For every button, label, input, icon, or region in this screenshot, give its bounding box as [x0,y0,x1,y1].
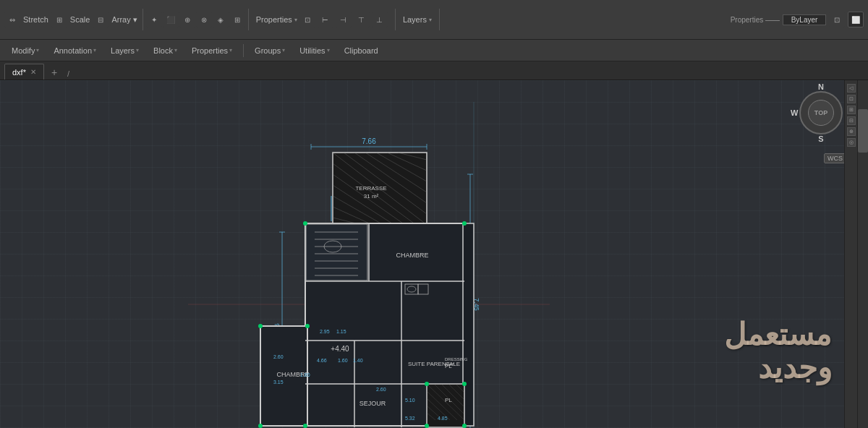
block-arrow: ▾ [174,47,177,54]
tab-dxf[interactable]: dxf* ✕ [4,64,44,80]
bylayer-icon[interactable]: ⊡ [829,12,845,27]
svg-point-88 [258,324,263,328]
svg-point-86 [303,424,307,428]
tab-bar: dxf* ✕ + / [0,61,868,80]
separator-3 [395,9,396,30]
svg-text:4.85: 4.85 [438,416,448,421]
properties-menu[interactable]: Properties ▾ ⊡ ⊢ ⊣ ⊤ ⊥ [252,9,392,30]
svg-point-89 [305,324,310,328]
svg-text:1.60: 1.60 [338,358,348,363]
bylayer-label: ByLayer [791,16,818,24]
icon-2[interactable]: ⬛ [163,12,179,27]
compass-circle: N S W E TOP [799,91,843,134]
layers-arrow: ▾ [429,17,432,23]
svg-text:3.15: 3.15 [273,380,284,385]
block-menu[interactable]: Block ▾ [148,45,183,56]
right-tool-6[interactable]: ◎ [847,138,856,147]
svg-text:2.60: 2.60 [273,354,284,359]
svg-text:SEJOUR: SEJOUR [359,400,386,407]
layers-menu[interactable]: Layers ▾ [399,13,436,26]
prop-icon-3[interactable]: ⊣ [336,12,352,27]
compass-top-label: TOP [808,100,834,126]
svg-text:TERRASSE: TERRASSE [355,185,386,192]
array-icon[interactable]: ⊟ [93,12,109,27]
stretch-icon[interactable]: ⇔ [4,12,20,27]
prop-icon-1[interactable]: ⊡ [299,12,315,27]
canvas-area[interactable]: 7.66 7.45 7.45 Y A T [0,80,868,428]
toolbar-icons-mid: ✦ ⬛ ⊕ ⊗ ◈ ⊞ [146,12,245,27]
utilities-menu[interactable]: Utilities ▾ [294,45,335,56]
separator-4 [439,9,440,30]
annotation-arrow: ▾ [93,47,96,54]
clipboard-label: Clipboard [344,46,378,55]
svg-text:+4.40: +4.40 [331,345,349,353]
icon-6[interactable]: ⊞ [229,12,245,27]
second-toolbar: Modify ▾ Annotation ▾ Layers ▾ Block ▾ P… [0,40,868,61]
top-toolbar: ⇔ Stretch ⊞ Scale ⊟ Array ▾ ✦ ⬛ ⊕ ⊗ ◈ ⊞ … [0,0,868,40]
svg-text:1.40: 1.40 [353,358,363,363]
scale-icon[interactable]: ⊞ [51,12,67,27]
icon-5[interactable]: ◈ [213,12,229,27]
layers-menu2[interactable]: Layers ▾ [105,45,145,56]
bylayer-box[interactable]: ByLayer [783,14,826,25]
prop-icon-2[interactable]: ⊢ [318,12,333,27]
icon-1[interactable]: ✦ [146,12,162,27]
clipboard-menu[interactable]: Clipboard [339,45,384,56]
array-label[interactable]: Array ▾ [109,15,139,25]
svg-text:2.95: 2.95 [320,329,330,334]
prop-icon-5[interactable]: ⊥ [372,12,388,27]
modify-label: Modify [12,46,35,55]
right-tool-3[interactable]: ⊞ [847,106,856,114]
utilities-label: Utilities [299,46,325,55]
prop-icon-4[interactable]: ⊤ [354,12,370,27]
right-tool-4[interactable]: ⊟ [847,116,856,125]
tab-dxf-label: dxf* [12,68,26,77]
separator-tb2 [243,44,244,57]
scale-label[interactable]: Scale [68,15,93,24]
compass-s-label: S [818,134,823,143]
groups-arrow: ▾ [282,47,285,54]
right-tool-1[interactable]: ◁ [847,84,856,93]
svg-text:31 m²: 31 m² [364,193,379,200]
layers-label: Layers [403,15,427,24]
icon-4[interactable]: ⊗ [196,12,212,27]
separator-1 [142,9,143,30]
svg-text:1.80: 1.80 [300,372,310,377]
toolbar-icon-group: ⇔ Stretch ⊞ Scale ⊟ Array ▾ [4,12,140,27]
properties-right-label: Properties —— [731,16,780,24]
arabic-line1: مستعمل [724,318,832,351]
utilities-arrow: ▾ [327,47,330,54]
tab-close-icon[interactable]: ✕ [30,68,36,76]
arabic-watermark: مستعمل وجديد [724,318,832,385]
floorplan-svg: 7.66 7.45 7.45 Y A T [188,102,550,428]
tab-add-button[interactable]: + [47,65,61,80]
properties-label: Properties [256,15,292,24]
annotation-menu[interactable]: Annotation ▾ [48,45,102,56]
svg-point-85 [462,221,467,226]
layers-label2: Layers [111,46,135,55]
svg-point-84 [303,221,307,226]
right-tool-2[interactable]: ⊡ [847,95,856,103]
color-swatch[interactable]: ⬜ [848,12,864,27]
scrollbar-thumb[interactable] [858,109,868,153]
annotation-label: Annotation [54,46,92,55]
right-palette: ◁ ⊡ ⊞ ⊟ ⊕ ◎ [844,80,857,428]
stretch-label[interactable]: Stretch [21,15,51,24]
tab-path-text: / [67,69,69,78]
svg-text:4.66: 4.66 [317,358,327,363]
block-label: Block [153,46,173,55]
svg-point-92 [425,424,429,428]
properties-arrow2: ▾ [229,47,232,54]
wcs-label: WCS [824,153,846,163]
svg-text:PL: PL [445,397,452,403]
modify-menu[interactable]: Modify ▾ [6,45,45,56]
svg-point-90 [258,424,263,428]
icon-3[interactable]: ⊕ [179,12,195,27]
svg-text:7.66: 7.66 [362,137,376,145]
right-tool-5[interactable]: ⊕ [847,127,856,136]
groups-menu[interactable]: Groups ▾ [249,45,291,56]
right-scrollbar[interactable] [857,80,868,428]
layers-arrow2: ▾ [136,47,139,54]
arabic-line2: وجديد [724,351,832,385]
properties-menu2[interactable]: Properties ▾ [186,45,238,56]
